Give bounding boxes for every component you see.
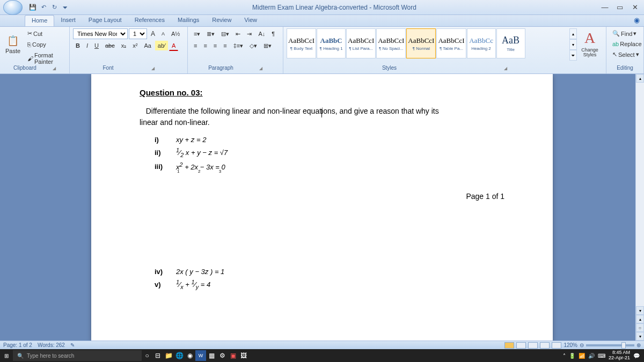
draft-view[interactable] <box>552 342 561 349</box>
dec-indent-button[interactable]: ⇤ <box>233 29 243 39</box>
status-words[interactable]: Words: 262 <box>38 342 65 348</box>
print-layout-view[interactable] <box>504 342 514 349</box>
tab-view[interactable]: View <box>238 15 264 26</box>
strike-button[interactable]: abc <box>103 41 118 50</box>
paste-button[interactable]: 📋 Paste <box>3 28 23 61</box>
help-icon[interactable]: ◉ <box>634 15 640 26</box>
app-icon-3[interactable]: 🖼 <box>238 350 249 361</box>
underline-button[interactable]: U <box>92 41 101 50</box>
next-page-button[interactable]: ▾ <box>636 332 644 341</box>
tray-chevron-icon[interactable]: ˄ <box>563 353 566 359</box>
keyboard-icon[interactable]: ⌨ <box>598 353 605 359</box>
align-left-button[interactable]: ≡ <box>191 41 200 50</box>
cortana-icon[interactable]: ○ <box>142 350 152 361</box>
page[interactable]: Question no. 03: Differentiate the follo… <box>91 74 553 341</box>
outline-view[interactable] <box>540 342 550 349</box>
qat-customize[interactable]: ⏷ <box>60 3 70 12</box>
style-heading-1[interactable]: AaBbC¶ Heading 1 <box>317 28 346 58</box>
style-body-text[interactable]: AaBbCcI¶ Body Text <box>287 28 316 58</box>
settings-icon[interactable]: ⚙ <box>217 350 228 361</box>
format-painter-button[interactable]: 🖌Format Painter <box>25 50 66 67</box>
taskbar-search[interactable]: 🔍 Type here to search <box>13 350 142 361</box>
office-button[interactable] <box>3 0 23 15</box>
task-view-icon[interactable]: ⊟ <box>152 350 163 361</box>
superscript-button[interactable]: x² <box>130 41 140 50</box>
zoom-in-button[interactable]: ⊕ <box>636 342 641 348</box>
subscript-button[interactable]: x₂ <box>119 41 129 51</box>
status-page[interactable]: Page: 1 of 2 <box>3 342 32 348</box>
browse-object-button[interactable]: ○ <box>636 323 644 332</box>
minimize-button[interactable]: — <box>599 3 611 12</box>
gallery-down[interactable]: ▾ <box>569 39 577 50</box>
find-button[interactable]: 🔍Find▾ <box>610 28 640 39</box>
gallery-more[interactable]: ⏷ <box>569 50 577 61</box>
wifi-icon[interactable]: 📶 <box>579 353 585 359</box>
show-marks-button[interactable]: ¶ <box>269 29 277 39</box>
grow-font-button[interactable]: A <box>148 28 158 39</box>
tab-home[interactable]: Home <box>25 15 54 26</box>
save-button[interactable]: 💾 <box>28 3 38 12</box>
style-no-spacing[interactable]: AaBbCcI¶ No Spaci... <box>376 28 406 58</box>
change-styles-button[interactable]: A Change Styles <box>577 28 603 58</box>
change-case-button[interactable]: Aa <box>141 41 153 50</box>
status-proof-icon[interactable]: ✎ <box>70 342 75 348</box>
battery-icon[interactable]: 🔋 <box>569 353 575 359</box>
replace-button[interactable]: abReplace <box>610 39 640 49</box>
explorer-icon[interactable]: 📁 <box>163 350 174 361</box>
undo-button[interactable]: ↶ <box>39 3 48 12</box>
sort-button[interactable]: A↓ <box>255 29 268 39</box>
font-family-select[interactable]: Times New Roman <box>73 28 128 39</box>
italic-button[interactable]: I <box>84 41 91 50</box>
tab-insert[interactable]: Insert <box>54 15 82 26</box>
edge-icon[interactable]: 🌐 <box>174 350 185 361</box>
gallery-up[interactable]: ▴ <box>569 28 577 39</box>
clock[interactable]: 8:45 AM 22-Apr-21 <box>609 350 630 361</box>
close-button[interactable]: ✕ <box>629 3 641 12</box>
prev-page-button[interactable]: ▴ <box>636 315 644 323</box>
start-button[interactable]: ⊞ <box>0 349 13 362</box>
zoom-level[interactable]: 120% <box>564 342 577 348</box>
copy-button[interactable]: ⎘Copy <box>25 40 66 49</box>
shading-button[interactable]: ◇▾ <box>247 41 260 51</box>
highlight-button[interactable]: ab⁄ <box>155 41 168 50</box>
redo-button[interactable]: ↻ <box>49 3 59 12</box>
vertical-scrollbar[interactable]: ▴ ▾ ▴ ○ ▾ <box>635 74 644 341</box>
justify-button[interactable]: ≡ <box>221 41 229 50</box>
style-table-para[interactable]: AaBbCcI¶ Table Pa... <box>436 28 466 58</box>
font-size-select[interactable]: 12 <box>129 28 147 39</box>
volume-icon[interactable]: 🔊 <box>588 353 595 359</box>
align-right-button[interactable]: ≡ <box>211 41 219 50</box>
chrome-icon[interactable]: ◉ <box>185 350 195 361</box>
align-center-button[interactable]: ≡ <box>201 41 209 50</box>
cut-button[interactable]: ✂Cut <box>25 28 66 39</box>
numbering-button[interactable]: ≣▾ <box>204 29 217 39</box>
full-screen-view[interactable] <box>516 342 526 349</box>
web-layout-view[interactable] <box>528 342 538 349</box>
app-icon-2[interactable]: ▣ <box>228 350 238 361</box>
notifications-icon[interactable]: 💬 <box>633 353 640 359</box>
clear-format-button[interactable]: A½ <box>169 29 183 39</box>
tab-references[interactable]: References <box>128 15 171 26</box>
zoom-out-button[interactable]: ⊖ <box>580 342 584 348</box>
style-title[interactable]: AaBTitle <box>496 28 525 58</box>
scroll-up-button[interactable]: ▴ <box>636 74 644 83</box>
borders-button[interactable]: ⊞▾ <box>261 41 274 51</box>
scroll-down-button[interactable]: ▾ <box>636 306 644 315</box>
multilevel-button[interactable]: ⊟▾ <box>218 29 232 39</box>
font-color-button[interactable]: A <box>169 41 178 51</box>
app-icon-1[interactable]: ▦ <box>206 350 217 361</box>
zoom-slider[interactable] <box>586 344 634 346</box>
style-heading-2[interactable]: AaBbCcHeading 2 <box>467 28 496 58</box>
word-icon[interactable]: W <box>195 350 206 361</box>
bold-button[interactable]: B <box>73 41 83 50</box>
select-button[interactable]: ↖Select▾ <box>610 49 640 60</box>
style-list-para[interactable]: AaBbCcI¶ List Para... <box>346 28 376 58</box>
tab-page-layout[interactable]: Page Layout <box>82 15 128 26</box>
tab-review[interactable]: Review <box>206 15 238 26</box>
line-spacing-button[interactable]: ‡≡▾ <box>231 41 246 51</box>
style-normal[interactable]: AaBbCcI¶ Normal <box>406 28 436 58</box>
tab-mailings[interactable]: Mailings <box>171 15 206 26</box>
shrink-font-button[interactable]: A <box>159 29 167 38</box>
maximize-button[interactable]: ▭ <box>614 3 626 12</box>
bullets-button[interactable]: ≡▾ <box>191 29 203 39</box>
